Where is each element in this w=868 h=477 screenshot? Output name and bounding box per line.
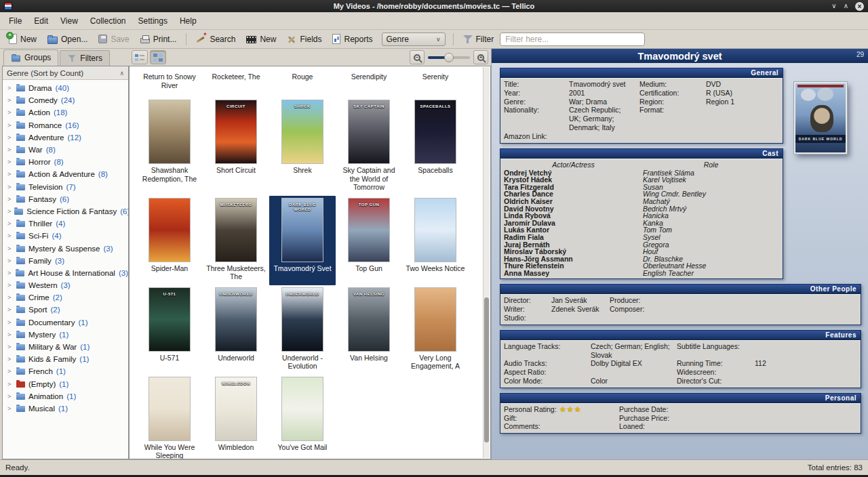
print-button[interactable]: Print...	[136, 33, 182, 46]
genre-tree-item[interactable]: > Military & War 1	[3, 341, 128, 353]
genre-tree-item[interactable]: > Action 18	[3, 106, 128, 119]
expander-icon[interactable]: >	[7, 306, 13, 313]
movie-item[interactable]: MUSKETEERS Three Musketeers, The	[203, 196, 269, 285]
movie-item[interactable]: U-571 U-571	[136, 285, 203, 375]
genre-tree-item[interactable]: > Mystery 1	[3, 329, 128, 341]
menu-item[interactable]: Edit	[28, 14, 54, 28]
expander-icon[interactable]: >	[7, 368, 13, 375]
expander-icon[interactable]: >	[7, 257, 13, 264]
list-view-button[interactable]	[132, 50, 148, 64]
genre-tree-item[interactable]: > Science Fiction & Fantasy 6	[3, 205, 128, 217]
genre-tree-item[interactable]: > Kids & Family 1	[3, 353, 128, 365]
expander-icon[interactable]: >	[7, 245, 13, 252]
expander-icon[interactable]: >	[7, 146, 13, 153]
expander-icon[interactable]: >	[7, 220, 13, 227]
movie-item[interactable]: SPACEBALLS Spaceballs	[402, 98, 469, 196]
expander-icon[interactable]: >	[7, 405, 13, 412]
movie-item[interactable]: VAN HELSING Van Helsing	[336, 285, 402, 375]
vertical-scrollbar[interactable]	[483, 67, 490, 458]
movie-item[interactable]: Rouge	[269, 69, 336, 95]
movie-item[interactable]: Serenity	[402, 69, 469, 95]
movie-item[interactable]: TOP GUN Top Gun	[336, 196, 402, 285]
expander-icon[interactable]: >	[7, 184, 13, 190]
expander-icon[interactable]: >	[7, 232, 13, 239]
movie-item[interactable]: UNDERWORLD Underworld - Evolution	[269, 285, 336, 375]
open-button[interactable]: Open...	[43, 33, 92, 46]
movie-item[interactable]: Shawshank Redemption, The	[136, 98, 203, 196]
movie-item[interactable]: You've Got Mail	[269, 375, 336, 460]
movie-item[interactable]: Return to Snowy River	[136, 69, 203, 95]
scrollbar-thumb[interactable]	[484, 297, 489, 442]
movie-item[interactable]: CIRCUIT Short Circuit	[203, 98, 269, 196]
genre-tree-item[interactable]: > (Empty) 1	[3, 378, 128, 390]
genre-tree-item[interactable]: > Musical 1	[3, 402, 128, 415]
expander-icon[interactable]: >	[7, 356, 13, 362]
genre-tree-item[interactable]: > Television 7	[3, 181, 128, 193]
menu-item[interactable]: Collection	[84, 14, 132, 28]
expander-icon[interactable]: >	[7, 159, 13, 165]
genre-tree-item[interactable]: > Sci-Fi 4	[3, 230, 128, 242]
expander-icon[interactable]: >	[7, 344, 13, 350]
expander-icon[interactable]: >	[7, 85, 13, 91]
genre-tree-item[interactable]: > French 1	[3, 365, 128, 377]
genre-tree-item[interactable]: > Thriller 4	[3, 217, 128, 230]
reports-button[interactable]: Reports	[328, 32, 377, 46]
expander-icon[interactable]: >	[7, 393, 13, 400]
icon-view-button[interactable]	[150, 50, 166, 64]
expander-icon[interactable]: >	[7, 97, 13, 104]
genre-tree-item[interactable]: > Crime 2	[3, 291, 128, 304]
zoom-in-button[interactable]	[473, 50, 488, 64]
internet-search-button[interactable]: Search	[191, 32, 240, 46]
movie-item[interactable]: Very Long Engagement, A	[402, 285, 469, 375]
expander-icon[interactable]: >	[7, 208, 11, 215]
movie-item[interactable]: WIMBLEDON Wimbledon	[203, 375, 269, 460]
close-icon[interactable]: ×	[855, 2, 864, 11]
expander-icon[interactable]: >	[7, 122, 13, 129]
group-by-combobox[interactable]: Genre ∨	[382, 33, 446, 46]
minimize-icon[interactable]: ∨	[831, 2, 836, 10]
fields-button[interactable]: Fields	[282, 33, 326, 46]
filter-input[interactable]	[500, 33, 645, 46]
expander-icon[interactable]: >	[7, 381, 13, 388]
menu-item[interactable]: File	[3, 14, 28, 28]
expander-icon[interactable]: >	[7, 319, 13, 326]
genre-tree-item[interactable]: > Horror 8	[3, 156, 128, 168]
movie-item[interactable]: UNDERWORLD Underworld	[203, 285, 269, 375]
movie-item[interactable]: Two Weeks Notice	[402, 196, 469, 285]
expander-icon[interactable]: >	[7, 196, 13, 203]
movie-item[interactable]: Serendipity	[336, 69, 402, 95]
genre-tree-item[interactable]: > Animation 1	[3, 390, 128, 402]
slider-knob[interactable]	[444, 53, 454, 62]
maximize-icon[interactable]: ∧	[844, 2, 848, 10]
expander-icon[interactable]: >	[7, 331, 13, 338]
genre-tree-item[interactable]: > Comedy 24	[3, 94, 128, 106]
movie-item[interactable]: Rocketeer, The	[203, 69, 269, 95]
zoom-out-button[interactable]	[410, 50, 425, 64]
genre-tree-item[interactable]: > Action & Adventure 8	[3, 168, 128, 180]
expander-icon[interactable]: >	[7, 134, 13, 141]
tab-groups[interactable]: Groups	[3, 49, 58, 66]
movie-item[interactable]: SHREK Shrek	[269, 98, 336, 196]
movie-item[interactable]: Spider-Man	[136, 196, 203, 285]
genre-tree-item[interactable]: > Western 3	[3, 279, 128, 291]
movie-item[interactable]: SKY CAPTAIN Sky Captain and the World of…	[336, 98, 402, 196]
expander-icon[interactable]: >	[7, 282, 13, 289]
collapse-icon[interactable]: ∧	[119, 70, 124, 77]
menu-item[interactable]: Settings	[132, 14, 174, 28]
save-button[interactable]: Save	[94, 33, 134, 46]
expander-icon[interactable]: >	[7, 109, 13, 116]
genre-tree-item[interactable]: > Romance 16	[3, 119, 128, 131]
group-tree-header[interactable]: Genre (Sort by Count) ∧	[3, 66, 128, 80]
genre-tree-item[interactable]: > Fantasy 6	[3, 193, 128, 205]
genre-tree-item[interactable]: > Documentary 1	[3, 316, 128, 329]
genre-tree-item[interactable]: > Art House & International 3	[3, 267, 128, 279]
new-collection-button[interactable]: New	[4, 32, 41, 46]
expander-icon[interactable]: >	[7, 171, 13, 178]
genre-tree-item[interactable]: > Adventure 12	[3, 131, 128, 144]
icon-size-slider[interactable]	[428, 56, 470, 59]
genre-tree-item[interactable]: > Sport 2	[3, 304, 128, 316]
expander-icon[interactable]: >	[7, 270, 12, 276]
menu-item[interactable]: View	[54, 14, 84, 28]
genre-tree-item[interactable]: > Drama 40	[3, 82, 128, 94]
movie-item[interactable]: DARK BLUE WORLD Tmavomodrý Svet	[269, 196, 336, 285]
